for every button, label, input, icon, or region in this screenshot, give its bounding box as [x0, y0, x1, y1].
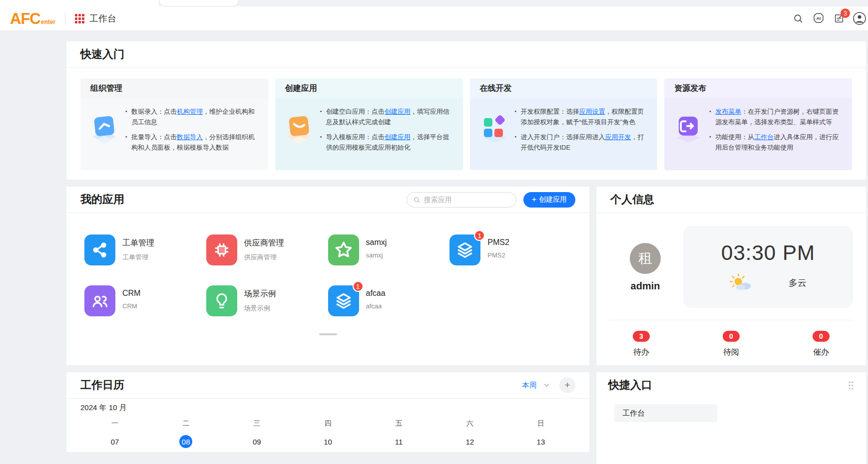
partly-cloudy-icon [730, 273, 753, 293]
quick-start-bullet: 开发权限配置：选择应用设置，权限配置页添加授权对象，赋予“低开项目开发”角色 [515, 106, 649, 127]
quick-start-card-title: 组织管理 [90, 83, 122, 94]
search-input-icon [413, 196, 421, 204]
quick-start-cards: 组织管理 数据录入：点击机构管理，维护企业机构和员工信息批量导入：点击数据导入，… [80, 78, 852, 170]
users-app-icon [84, 285, 115, 316]
quick-entry-title: 快捷入口 [608, 378, 652, 393]
app-name: samxj [366, 238, 387, 247]
afcenter-logo[interactable]: AFC enter [10, 11, 55, 26]
calendar-weekday: 一 [79, 416, 150, 430]
section-divider [66, 398, 589, 399]
inline-link[interactable]: 应用设置 [579, 108, 605, 115]
inline-link[interactable]: 工作台 [754, 133, 774, 141]
main-content: 快速入门 组织管理 数据录入：点击机构管理，维护企业机构和员工信息批量导入：点击… [66, 31, 866, 464]
app-subtitle: PMS2 [487, 251, 509, 259]
quick-start-bullet: 创建空白应用：点击创建应用，填写应用信息及默认样式完成创建 [320, 106, 454, 127]
app-search-input[interactable] [424, 196, 499, 204]
quick-start-card-title: 资源发布 [674, 83, 706, 94]
avatar[interactable]: 租 [630, 243, 661, 274]
calendar-date-selected[interactable]: 08 [150, 433, 221, 451]
quick-start-card-title: 在线开发 [480, 83, 512, 94]
notice-count-badge: 3 [841, 8, 850, 18]
quick-entry-item[interactable]: 工作台 [614, 404, 717, 422]
user-avatar-icon[interactable] [853, 12, 866, 25]
calendar-title: 工作日历 [80, 378, 124, 393]
inline-link[interactable]: 创建应用 [385, 133, 411, 141]
quick-start-bullet: 导入模板应用：点击创建应用，选择平台提供的应用模板完成应用初始化 [320, 132, 454, 153]
my-apps-title: 我的应用 [80, 192, 124, 207]
app-subtitle: CRM [122, 302, 140, 310]
logo-subtext: enter [41, 18, 55, 25]
app-tile[interactable]: 1 afcaa afcaa [328, 285, 450, 316]
quick-start-bullet-list: 开发权限配置：选择应用设置，权限配置页添加授权对象，赋予“低开项目开发”角色进入… [515, 106, 651, 157]
stat-count-badge: 0 [813, 331, 830, 342]
apps-pagination-indicator[interactable] [319, 333, 337, 335]
calendar-date[interactable]: 07 [79, 433, 150, 451]
quick-entry-section: 快捷入口 工作台 [596, 372, 866, 464]
inline-link[interactable]: 机构管理 [177, 108, 203, 115]
personal-info-title: 个人信息 [610, 192, 654, 207]
calendar-weekday: 五 [364, 416, 434, 430]
app-tile[interactable]: 1 PMS2 PMS2 [449, 234, 571, 265]
quick-start-bullet-list: 数据录入：点击机构管理，维护企业机构和员工信息批量导入：点击数据导入，分别选择组… [125, 106, 261, 157]
add-event-button[interactable]: + [559, 377, 575, 393]
calendar-weekday-row: 一二三四五六日 [79, 416, 576, 430]
app-name: 工单管理 [122, 238, 154, 248]
app-tile[interactable]: 场景示例 场景示例 [206, 285, 328, 316]
quick-start-bullet: 批量导入：点击数据导入，分别选择组织机构和人员面板，根据模板导入数据 [125, 132, 259, 153]
dev-3d-icon [475, 110, 513, 148]
browser-tab-shape [159, 0, 239, 6]
username: admin [607, 280, 683, 292]
calendar-date[interactable]: 13 [505, 433, 576, 451]
apps-grid: 工单管理 工单管理 供应商管理 供应商管理 samxj samxj 1 PMS2… [66, 213, 589, 316]
personal-stats: 3 待办 0 待阅 0 催办 [596, 331, 866, 358]
org-3d-icon [85, 110, 123, 148]
chevron-down-icon[interactable] [544, 383, 549, 387]
app-tile[interactable]: CRM CRM [84, 285, 206, 316]
calendar-range-select[interactable]: 本周 [522, 381, 537, 390]
create-app-button[interactable]: + 创建应用 [523, 192, 575, 208]
app-subtitle: 供应商管理 [244, 253, 284, 262]
search-icon[interactable] [793, 13, 804, 24]
quick-start-bullet-list: 创建空白应用：点击创建应用，填写应用信息及默认样式完成创建导入模板应用：点击创建… [320, 106, 456, 157]
quick-start-title: 快速入门 [80, 47, 124, 62]
app-tile[interactable]: 工单管理 工单管理 [84, 234, 206, 265]
drag-handle-icon[interactable] [848, 381, 854, 390]
app-tile[interactable]: 供应商管理 供应商管理 [206, 234, 328, 265]
calendar-date[interactable]: 11 [364, 433, 434, 451]
calendar-date[interactable]: 12 [434, 433, 505, 451]
inline-link[interactable]: 应用开发 [605, 133, 631, 141]
workspace-grid-icon[interactable] [75, 14, 84, 23]
workspace-title: 工作台 [89, 12, 116, 24]
quick-start-card: 创建应用 创建空白应用：点击创建应用，填写应用信息及默认样式完成创建导入模板应用… [275, 78, 463, 170]
create-3d-icon [280, 110, 318, 148]
inline-link[interactable]: 发布菜单 [715, 108, 741, 115]
layers-app-icon: 1 [328, 285, 359, 316]
app-search-box[interactable] [407, 192, 516, 208]
todo-memo-icon[interactable]: 3 [834, 13, 845, 24]
inline-link[interactable]: 创建应用 [385, 108, 411, 115]
app-name: CRM [122, 289, 140, 298]
quick-start-card: 组织管理 数据录入：点击机构管理，维护企业机构和员工信息批量导入：点击数据导入，… [80, 78, 268, 170]
calendar-date-row: 07080910111213 [79, 433, 576, 451]
calendar-date[interactable]: 09 [221, 433, 292, 451]
app-tile[interactable]: samxj samxj [328, 234, 450, 265]
app-name: PMS2 [487, 238, 509, 247]
calendar-date[interactable]: 10 [292, 433, 363, 451]
my-apps-section: 我的应用 + 创建应用 工单管理 工单管理 供应商管理 供应商管理 [66, 187, 589, 365]
quick-start-bullet: 发布菜单：在开发门户资源树，右键页面资源发布菜单，选择发布类型、菜单样式等 [709, 106, 843, 127]
quick-start-bullet: 数据录入：点击机构管理，维护企业机构和员工信息 [125, 106, 259, 127]
quick-start-bullet: 进入开发门户：选择应用进入应用开发，打开低代码开发IDE [515, 132, 649, 153]
quick-start-card-title: 创建应用 [285, 83, 317, 94]
publish-3d-icon [669, 110, 707, 148]
ai-assistant-icon[interactable]: AI [812, 12, 825, 25]
stat-item[interactable]: 0 催办 [776, 331, 866, 358]
calendar-weekday: 六 [434, 416, 505, 430]
stat-item[interactable]: 0 待阅 [686, 331, 776, 358]
logo-text: AFC [10, 11, 40, 26]
stat-item[interactable]: 3 待办 [596, 331, 686, 358]
inline-link[interactable]: 数据导入 [177, 133, 203, 141]
quick-start-section: 快速入门 组织管理 数据录入：点击机构管理，维护企业机构和员工信息批量导入：点击… [66, 41, 866, 180]
star-app-icon [328, 234, 359, 265]
work-calendar-section: 工作日历 本周 + 2024 年 10 月 一二三四五六日 0708091011… [66, 372, 589, 452]
quick-start-card: 在线开发 开发权限配置：选择应用设置，权限配置页添加授权对象，赋予“低开项目开发… [470, 78, 658, 170]
